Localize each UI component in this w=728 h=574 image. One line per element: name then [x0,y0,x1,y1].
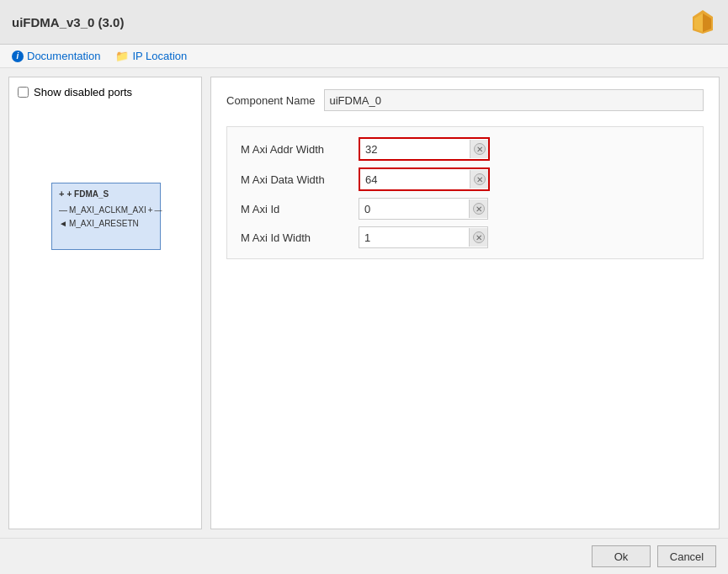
param-label-axi-id-width: M Axi Id Width [241,231,359,244]
component-diagram: + + FDMA_S — M_AXI_ACLK M_AXI + — ◄ M_AX… [35,183,178,250]
component-name-row: Component Name [226,89,704,111]
param-row-addr-width: M Axi Addr Width ✕ [241,137,689,161]
show-disabled-label: Show disabled ports [34,86,132,98]
param-input-wrapper-addr-width: ✕ [359,137,490,161]
plus-icon: + [59,189,64,199]
window-title: uiFDMA_v3_0 (3.0) [12,15,124,29]
diagram-box: + + FDMA_S — M_AXI_ACLK M_AXI + — ◄ M_AX… [51,183,161,250]
params-section: M Axi Addr Width ✕ M Axi Data Width [226,126,704,259]
param-clear-btn-axi-id-width[interactable]: ✕ [469,228,487,247]
documentation-link[interactable]: i Documentation [12,50,100,62]
param-label-axi-id: M Axi Id [241,203,359,215]
show-disabled-checkbox[interactable] [18,87,29,98]
param-label-addr-width: M Axi Addr Width [241,143,359,156]
param-row-axi-id: M Axi Id ✕ [241,198,689,220]
clear-x-icon: ✕ [474,143,486,155]
right-panel: Component Name M Axi Addr Width ✕ [210,77,720,529]
show-disabled-row: Show disabled ports [18,86,193,98]
clear-x-icon-3: ✕ [473,203,485,215]
ok-button[interactable]: Ok [592,545,651,567]
param-input-wrapper-axi-id: ✕ [359,198,488,220]
title-bar: uiFDMA_v3_0 (3.0) [0,0,728,45]
param-row-axi-id-width: M Axi Id Width ✕ [241,226,689,248]
clear-x-icon-4: ✕ [473,231,485,243]
param-input-wrapper-data-width: ✕ [359,167,490,191]
folder-icon: 📁 [115,50,129,62]
port2-row: ◄ M_AXI_ARESETN [59,217,153,231]
port1-row: — M_AXI_ACLK M_AXI + — [59,204,153,217]
cancel-button[interactable]: Cancel [657,545,716,567]
param-input-wrapper-axi-id-width: ✕ [359,226,488,248]
param-clear-btn-axi-id[interactable]: ✕ [469,199,487,218]
ip-location-link[interactable]: 📁 IP Location [115,50,187,62]
content-area: Show disabled ports + + FDMA_S — M_AXI_A… [0,68,728,538]
info-icon: i [12,50,24,62]
nav-bar: i Documentation 📁 IP Location [0,45,728,68]
param-input-axi-id-width[interactable] [359,227,469,247]
footer: Ok Cancel [0,538,728,574]
param-input-data-width[interactable] [360,169,470,189]
diagram-title: + + FDMA_S [59,189,153,199]
clear-x-icon-2: ✕ [474,173,486,185]
left-panel: Show disabled ports + + FDMA_S — M_AXI_A… [8,77,202,529]
param-label-data-width: M Axi Data Width [241,173,359,186]
ip-location-label: IP Location [132,50,187,62]
param-input-axi-id[interactable] [359,199,469,219]
component-name-label: Component Name [226,94,316,107]
param-clear-btn-data-width[interactable]: ✕ [470,170,488,189]
component-name-input[interactable] [324,89,704,111]
main-window: uiFDMA_v3_0 (3.0) i Documentation 📁 IP L… [0,0,728,574]
logo-icon [689,8,716,35]
param-clear-btn-addr-width[interactable]: ✕ [470,140,488,158]
param-row-data-width: M Axi Data Width ✕ [241,167,689,191]
param-input-addr-width[interactable] [360,139,470,159]
documentation-label: Documentation [27,50,100,62]
